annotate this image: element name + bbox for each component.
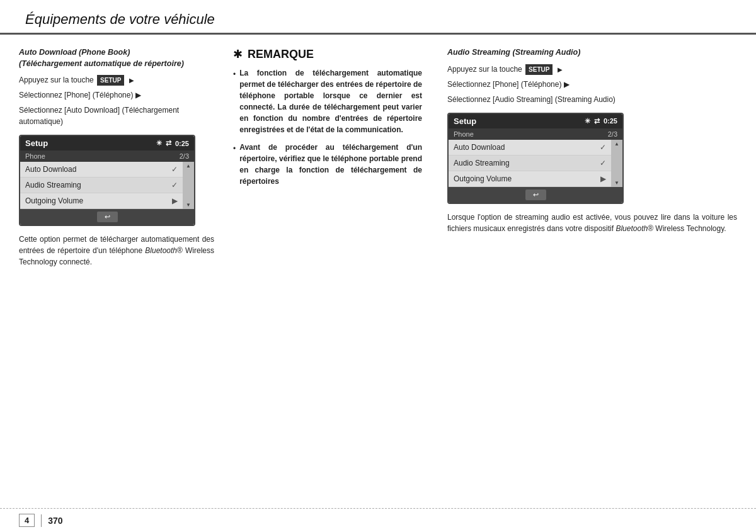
subheader-page-left: 2/3 [180, 152, 189, 160]
screen-subheader-right: Phone 2/3 [449, 128, 622, 140]
screen-title-right: Setup [454, 116, 476, 126]
setup-badge-right: SETUP [525, 64, 553, 75]
scroll-down-right: ▼ [614, 180, 619, 186]
right-instruction-1: Appuyez sur la touche SETUP ▶ [447, 64, 737, 75]
row-arrow-2-left: ▶ [172, 196, 178, 205]
back-button-right: ↩ [525, 190, 546, 200]
screen-row-0-right: Auto Download ✓ [449, 140, 611, 156]
row-check-0-right: ✓ [600, 143, 606, 152]
scrollbar-right: ▲ ▼ [611, 140, 622, 187]
screen-row-2-right: Outgoing Volume ▶ [449, 171, 611, 187]
bullet-dot-1: • [233, 143, 236, 187]
screen-title-left: Setup [25, 139, 48, 148]
page-header: Équipements de votre véhicule [0, 0, 756, 35]
screen-row-1-right: Audio Streaming ✓ [449, 156, 611, 171]
left-section-title: Auto Download (Phone Book) (Téléchargeme… [19, 47, 214, 69]
scroll-down-left: ▼ [186, 202, 191, 208]
usb-icon-right: ⇄ [594, 117, 600, 125]
middle-column: ✱ REMARQUE • La fonction de téléchargeme… [227, 47, 428, 271]
row-arrow-2-right: ▶ [600, 174, 606, 183]
left-column: Auto Download (Phone Book) (Téléchargeme… [19, 47, 214, 271]
screen-body-left: Auto Download ✓ Audio Streaming ✓ Outgoi… [20, 162, 194, 209]
screen-row-2-left: Outgoing Volume ▶ [20, 193, 183, 209]
footer-divider [41, 514, 42, 527]
screen-row-1-left: Audio Streaming ✓ [20, 178, 183, 193]
screen-footer-left: ↩ [20, 209, 194, 225]
arrow-right-right: ▶ [558, 65, 563, 74]
screen-header-left: Setup ✳ ⇄ 0:25 [20, 136, 194, 150]
row-check-0-left: ✓ [171, 165, 178, 174]
left-instruction-3: Sélectionnez [Auto Download] (Télécharge… [19, 105, 214, 127]
row-check-1-left: ✓ [171, 181, 178, 190]
right-description: Lorsque l'option de streaming audio est … [447, 212, 737, 234]
time-right: 0:25 [604, 117, 617, 125]
right-instruction-2: Sélectionnez [Phone] (Téléphone) ▶ [447, 79, 737, 90]
page-number-box-left: 4 [19, 514, 35, 527]
screen-subheader-left: Phone 2/3 [20, 150, 194, 162]
screen-body-right: Auto Download ✓ Audio Streaming ✓ Outgoi… [449, 140, 622, 187]
left-screen-mockup: Setup ✳ ⇄ 0:25 Phone 2/3 Auto Download ✓ [19, 135, 195, 226]
bluetooth-icon-right: ✳ [585, 117, 590, 125]
bullet-text-1: Avant de procéder au téléchargement d'un… [239, 142, 422, 187]
right-column: Audio Streaming (Streaming Audio) Appuye… [441, 47, 737, 271]
screen-rows-right: Auto Download ✓ Audio Streaming ✓ Outgoi… [449, 140, 611, 187]
page-title: Équipements de votre véhicule [25, 11, 731, 28]
remarque-header: ✱ REMARQUE [233, 47, 422, 61]
row-label-1-right: Audio Streaming [454, 159, 510, 167]
right-instruction-3: Sélectionnez [Audio Streaming] (Streamin… [447, 94, 737, 105]
page-footer: 4 370 [0, 508, 756, 532]
main-content: Auto Download (Phone Book) (Téléchargeme… [0, 47, 756, 271]
scroll-up-right: ▲ [614, 141, 619, 147]
subheader-label-left: Phone [25, 152, 45, 160]
row-label-0-right: Auto Download [454, 143, 505, 152]
usb-icon-left: ⇄ [166, 139, 171, 147]
row-label-2-right: Outgoing Volume [454, 174, 512, 183]
right-section-title: Audio Streaming (Streaming Audio) [447, 47, 737, 59]
screen-icons-left: ✳ ⇄ 0:25 [156, 139, 189, 147]
bullet-item-0: • La fonction de téléchargement automati… [233, 67, 422, 135]
remarque-title: REMARQUE [248, 48, 314, 61]
time-left: 0:25 [175, 140, 189, 147]
star-icon: ✱ [233, 47, 243, 61]
row-label-2-left: Outgoing Volume [25, 196, 83, 205]
left-instruction-2: Sélectionnez [Phone] (Téléphone) ▶ [19, 89, 214, 101]
screen-header-right: Setup ✳ ⇄ 0:25 [449, 114, 622, 128]
subheader-page-right: 2/3 [608, 130, 617, 138]
back-button-left: ↩ [97, 212, 118, 222]
bluetooth-icon-left: ✳ [156, 139, 162, 147]
left-instruction-1: Appuyez sur la touche SETUP ▶ [19, 74, 214, 86]
bullet-dot-0: • [233, 69, 236, 135]
arrow-right-left: ▶ [129, 76, 134, 85]
row-label-0-left: Auto Download [25, 165, 76, 174]
page-number-right: 370 [48, 516, 62, 526]
bullet-item-1: • Avant de procéder au téléchargement d'… [233, 142, 422, 187]
subheader-label-right: Phone [454, 130, 474, 138]
bullet-text-0: La fonction de téléchargement automatiqu… [239, 67, 422, 135]
scrollbar-left: ▲ ▼ [183, 162, 194, 209]
screen-rows-left: Auto Download ✓ Audio Streaming ✓ Outgoi… [20, 162, 183, 209]
left-description: Cette option permet de télécharger autom… [19, 234, 214, 268]
row-label-1-left: Audio Streaming [25, 181, 81, 190]
screen-icons-right: ✳ ⇄ 0:25 [585, 117, 617, 125]
screen-footer-right: ↩ [449, 187, 622, 203]
bullet-list: • La fonction de téléchargement automati… [233, 67, 422, 187]
row-check-1-right: ✓ [600, 159, 606, 167]
screen-row-0-left: Auto Download ✓ [20, 162, 183, 178]
scroll-up-left: ▲ [186, 163, 191, 169]
setup-badge-left: SETUP [97, 75, 124, 86]
right-screen-mockup: Setup ✳ ⇄ 0:25 Phone 2/3 Auto Download ✓ [447, 113, 624, 204]
